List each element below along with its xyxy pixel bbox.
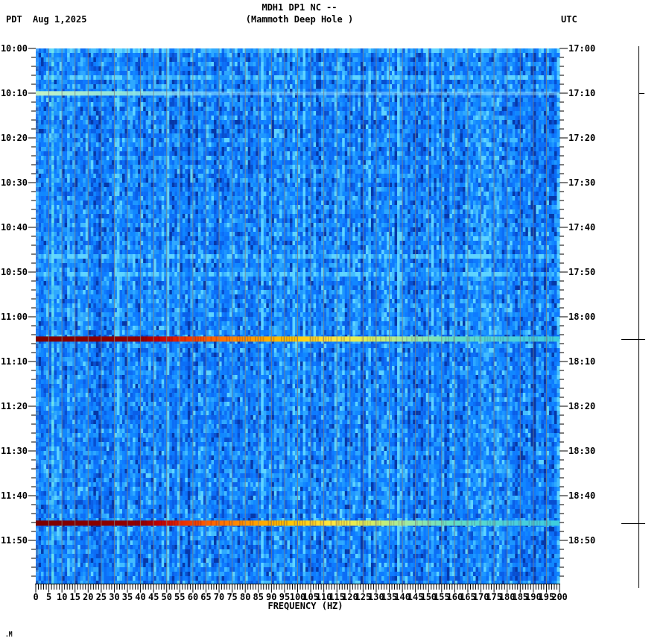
y-axis-label-left: 10:50 bbox=[0, 267, 28, 277]
y-axis-label-right: 18:40 bbox=[568, 490, 604, 501]
spectrogram-page: PDT Aug 1,2025 MDH1 DP1 NC -- (Mammoth D… bbox=[0, 0, 672, 644]
y-axis-label-right: 18:50 bbox=[568, 535, 604, 546]
y-axis-label-left: 11:40 bbox=[0, 490, 28, 501]
y-axis-label-left: 10:10 bbox=[0, 88, 28, 98]
y-axis-label-left: 10:00 bbox=[0, 43, 28, 54]
station-subtitle: (Mammoth Deep Hole ) bbox=[203, 14, 396, 25]
y-axis-label-right: 17:00 bbox=[568, 43, 604, 54]
station-title: MDH1 DP1 NC -- bbox=[203, 2, 396, 13]
y-axis-label-left: 10:40 bbox=[0, 222, 28, 233]
watermark-glyph: .M bbox=[5, 630, 13, 640]
timezone-right-label: UTC bbox=[561, 14, 577, 25]
y-axis-label-right: 17:10 bbox=[568, 88, 604, 98]
y-axis-label-left: 11:30 bbox=[0, 446, 28, 456]
y-axis-label-right: 18:30 bbox=[568, 446, 604, 456]
y-axis-label-left: 11:10 bbox=[0, 356, 28, 367]
y-axis-label-left: 11:20 bbox=[0, 401, 28, 411]
y-axis-label-right: 18:00 bbox=[568, 312, 604, 322]
y-axis-label-right: 17:20 bbox=[568, 133, 604, 143]
y-axis-label-right: 17:50 bbox=[568, 267, 604, 277]
y-axis-label-left: 11:00 bbox=[0, 312, 28, 322]
timezone-date-label: PDT Aug 1,2025 bbox=[6, 14, 86, 25]
x-axis-title: FREQUENCY (HZ) bbox=[258, 601, 353, 611]
x-axis-label: 200 bbox=[548, 592, 571, 602]
y-axis-label-right: 18:10 bbox=[568, 356, 604, 367]
y-axis-label-right: 18:20 bbox=[568, 401, 604, 411]
y-axis-label-left: 11:50 bbox=[0, 535, 28, 546]
y-axis-label-right: 17:40 bbox=[568, 222, 604, 233]
y-axis-label-left: 10:20 bbox=[0, 133, 28, 143]
y-axis-label-right: 17:30 bbox=[568, 177, 604, 188]
y-axis-label-left: 10:30 bbox=[0, 177, 28, 188]
